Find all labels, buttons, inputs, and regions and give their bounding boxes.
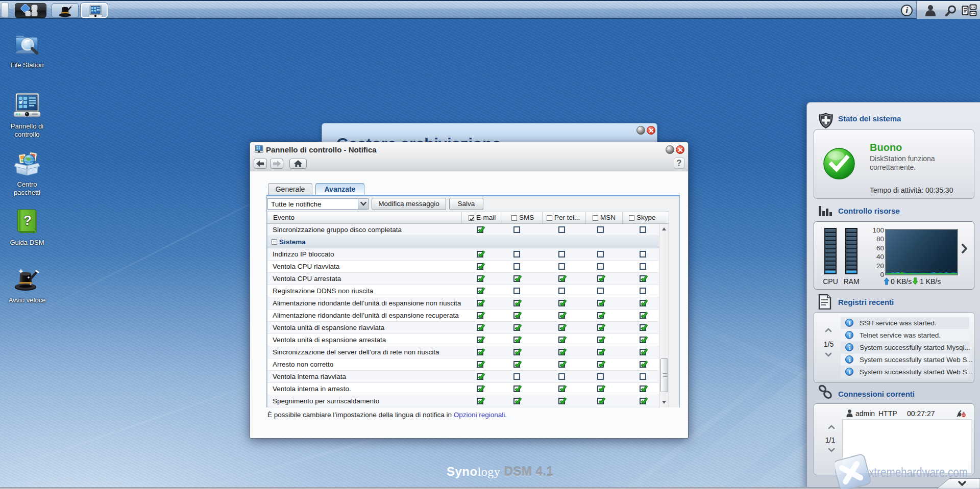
svg-text:?: ? — [23, 213, 32, 228]
